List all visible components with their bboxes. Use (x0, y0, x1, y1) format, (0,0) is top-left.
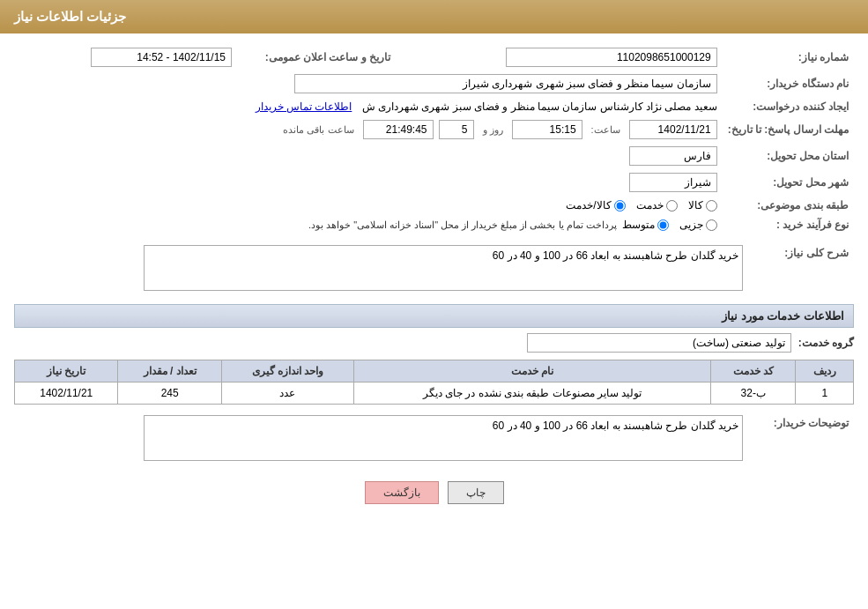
announce-date-label: تاریخ و ساعت اعلان عمومی: (237, 44, 396, 71)
category-kala-label: کالا (688, 199, 703, 212)
table-header-row: ردیف کد خدمت نام خدمت واحد اندازه گیری ت… (15, 360, 854, 382)
page-wrapper: جزئیات اطلاعات نیاز شماره نیاز: 11020986… (0, 0, 868, 609)
purchase-jozii-radio[interactable] (706, 219, 717, 231)
deadline-remaining-input: 21:49:45 (363, 120, 434, 139)
main-content: شماره نیاز: 1102098651000129 تاریخ و ساع… (0, 33, 868, 529)
need-desc-label: شرح کلی نیاز: (748, 241, 854, 297)
table-row: شرح کلی نیاز: خرید گلدان طرح شاهبسند به … (14, 241, 854, 297)
province-input: فارس (629, 146, 717, 166)
deadline-days-input: 5 (439, 120, 474, 139)
city-input: شیراز (629, 173, 717, 192)
service-table: ردیف کد خدمت نام خدمت واحد اندازه گیری ت… (14, 360, 854, 405)
col-quantity: تعداد / مقدار (118, 360, 221, 382)
col-code: کد خدمت (710, 360, 796, 382)
table-row: توضیحات خریدار: خرید گلدان طرح شاهبسند ب… (14, 412, 854, 467)
table-row: ایجاد کننده درخواست: سعید مصلی نژاد کارش… (14, 97, 854, 116)
purchase-motevaset-label: متوسط (622, 219, 655, 231)
need-desc-value: خرید گلدان طرح شاهبسند به ابعاد 66 در 10… (14, 241, 748, 297)
purchase-type-row: جزیی متوسط پرداخت تمام یا بخشی از مبلغ خ… (14, 215, 723, 234)
table-row: نوع فرآیند خرید : جزیی متوسط (14, 215, 854, 234)
cell-unit: عدد (221, 382, 353, 405)
table-row: طبقه بندی موضوعی: کالا خدمت (14, 196, 854, 215)
print-button[interactable]: چاپ (448, 481, 504, 504)
purchase-motevaset[interactable]: متوسط (622, 219, 669, 231)
deadline-time-label: ساعت: (591, 124, 620, 136)
service-group-row: گروه خدمت: تولید صنعتی (ساخت) (14, 333, 854, 353)
cell-date: 1402/11/21 (15, 382, 118, 405)
cell-code: ب-32 (710, 382, 796, 405)
need-number-input: 1102098651000129 (506, 48, 717, 67)
table-row: شهر محل تحویل: شیراز (14, 169, 854, 196)
purchase-note: پرداخت تمام یا بخشی از مبلغ خریدار از مح… (308, 219, 617, 231)
buyer-org-label: نام دستگاه خریدار: (723, 71, 854, 97)
service-group-label: گروه خدمت: (798, 337, 854, 349)
col-rownum: ردیف (796, 360, 854, 382)
deadline-date-input: 1402/11/21 (629, 120, 717, 139)
cell-name: تولید سایر مصنوعات طبقه بندی نشده در جای… (354, 382, 711, 405)
deadline-time-input: 15:15 (512, 120, 582, 139)
announce-date-input: 1402/11/15 - 14:52 (91, 48, 232, 67)
page-title: جزئیات اطلاعات نیاز (14, 9, 854, 25)
city-value: شیراز (14, 169, 723, 196)
header-bar: جزئیات اطلاعات نیاز (0, 0, 868, 33)
category-khedmat-radio[interactable] (666, 200, 678, 212)
category-both-label: کالا/خدمت (566, 199, 611, 212)
creator-link[interactable]: اطلاعات تماس خریدار (256, 100, 352, 113)
services-section-title: اطلاعات خدمات مورد نیاز (14, 304, 854, 328)
cell-quantity: 245 (118, 382, 221, 405)
deadline-days-label: روز و (483, 124, 503, 136)
table-row: نام دستگاه خریدار: سازمان سیما منظر و فض… (14, 71, 854, 97)
province-value: فارس (14, 143, 723, 169)
deadline-remaining-label: ساعت باقی مانده (283, 124, 353, 136)
purchase-jozii[interactable]: جزیی (679, 219, 717, 231)
category-both-radio[interactable] (614, 200, 626, 212)
creator-value: سعید مصلی نژاد کارشناس سازمان سیما منظر … (14, 97, 723, 116)
category-kala[interactable]: کالا (688, 199, 717, 212)
category-khedmat-label: خدمت (636, 199, 664, 212)
creator-label: ایجاد کننده درخواست: (723, 97, 854, 116)
need-number-label: شماره نیاز: (723, 44, 854, 71)
buyer-desc-value: خرید گلدان طرح شاهبسند به ابعاد 66 در 10… (14, 412, 748, 467)
table-row: 1 ب-32 تولید سایر مصنوعات طبقه بندی نشده… (15, 382, 854, 405)
city-label: شهر محل تحویل: (723, 169, 854, 196)
buyer-desc-table: توضیحات خریدار: خرید گلدان طرح شاهبسند ب… (14, 412, 854, 467)
service-table-body: 1 ب-32 تولید سایر مصنوعات طبقه بندی نشده… (15, 382, 854, 405)
province-label: استان محل تحویل: (723, 143, 854, 169)
purchase-jozii-label: جزیی (679, 219, 703, 231)
col-name: نام خدمت (354, 360, 711, 382)
purchase-flex: جزیی متوسط پرداخت تمام یا بخشی از مبلغ خ… (19, 219, 717, 231)
category-kala-radio[interactable] (706, 200, 717, 212)
info-table: شماره نیاز: 1102098651000129 تاریخ و ساع… (14, 44, 854, 234)
category-kala-khedmat[interactable]: کالا/خدمت (566, 199, 625, 212)
buyer-desc-label: توضیحات خریدار: (748, 412, 854, 467)
button-bar: چاپ بازگشت (14, 481, 854, 518)
deadline-flex: 1402/11/21 ساعت: 15:15 روز و 5 21:49:45 … (19, 120, 717, 139)
purchase-type-label: نوع فرآیند خرید : (723, 215, 854, 234)
need-desc-textarea[interactable]: خرید گلدان طرح شاهبسند به ابعاد 66 در 10… (144, 245, 743, 291)
category-label: طبقه بندی موضوعی: (723, 196, 854, 215)
purchase-radio-group: جزیی متوسط (622, 219, 717, 231)
announce-date-value: 1402/11/15 - 14:52 (14, 44, 237, 71)
col-date: تاریخ نیاز (15, 360, 118, 382)
back-button[interactable]: بازگشت (365, 481, 439, 504)
category-radio-group: کالا خدمت کالا/خدمت (19, 199, 717, 212)
need-number-value: 1102098651000129 (396, 44, 723, 71)
service-table-head: ردیف کد خدمت نام خدمت واحد اندازه گیری ت… (15, 360, 854, 382)
deadline-label: مهلت ارسال پاسخ: تا تاریخ: (723, 116, 854, 143)
table-row: مهلت ارسال پاسخ: تا تاریخ: 1402/11/21 سا… (14, 116, 854, 143)
buyer-org-input: سازمان سیما منظر و فضای سبز شهری شهرداری… (294, 74, 717, 93)
deadline-row: 1402/11/21 ساعت: 15:15 روز و 5 21:49:45 … (14, 116, 723, 143)
col-unit: واحد اندازه گیری (221, 360, 353, 382)
category-khedmat[interactable]: خدمت (636, 199, 678, 212)
buyer-org-value: سازمان سیما منظر و فضای سبز شهری شهرداری… (14, 71, 723, 97)
table-row: شماره نیاز: 1102098651000129 تاریخ و ساع… (14, 44, 854, 71)
need-desc-table: شرح کلی نیاز: خرید گلدان طرح شاهبسند به … (14, 241, 854, 297)
service-group-input: تولید صنعتی (ساخت) (527, 333, 791, 353)
cell-rownum: 1 (796, 382, 854, 405)
creator-text: سعید مصلی نژاد کارشناس سازمان سیما منظر … (362, 100, 717, 113)
category-options: کالا خدمت کالا/خدمت (14, 196, 723, 215)
purchase-motevaset-radio[interactable] (657, 219, 669, 231)
table-row: استان محل تحویل: فارس (14, 143, 854, 169)
buyer-desc-textarea[interactable]: خرید گلدان طرح شاهبسند به ابعاد 66 در 10… (144, 415, 743, 461)
